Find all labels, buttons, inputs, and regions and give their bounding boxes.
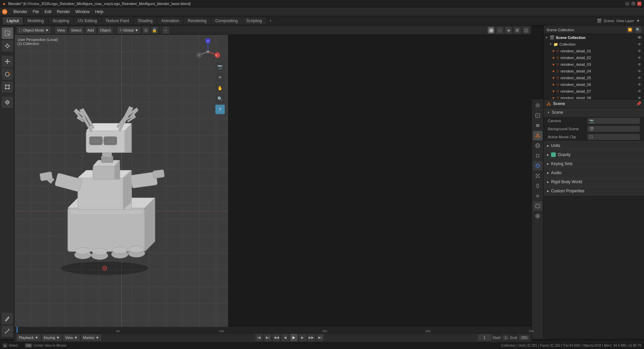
mesh-eye-03[interactable]: 👁 xyxy=(638,62,641,66)
pivot-button[interactable]: ⊙ xyxy=(143,27,149,34)
outliner-item-04[interactable]: ▼ ▽ reindeer_detail_04 👁 xyxy=(544,68,644,74)
keying-sets-header[interactable]: ▶ Keying Sets xyxy=(544,159,644,168)
rigid-body-header[interactable]: ▶ Rigid Body World xyxy=(544,178,644,186)
maximize-button[interactable]: ❐ xyxy=(631,2,635,6)
overlay-button[interactable]: ⊞ xyxy=(514,27,521,34)
frame-start-input[interactable]: 1 xyxy=(503,335,509,340)
tab-shading[interactable]: Shading xyxy=(134,17,157,24)
view-menu[interactable]: View xyxy=(55,27,67,34)
menu-file[interactable]: File xyxy=(30,9,42,15)
units-section-header[interactable]: ▶ Units xyxy=(544,141,644,150)
outliner-item-05[interactable]: ▼ ▽ reindeer_detail_05 👁 xyxy=(544,74,644,81)
object-menu[interactable]: Object xyxy=(98,27,113,34)
scene-eye[interactable]: 👁 xyxy=(638,36,641,40)
tab-sculpting[interactable]: Sculpting xyxy=(49,17,73,24)
mesh-eye-05[interactable]: 👁 xyxy=(638,76,641,80)
outliner-item-08[interactable]: ▼ ▽ reindeer_detail_08 👁 xyxy=(544,95,644,99)
tool-move[interactable] xyxy=(2,56,13,67)
view-layer-selector[interactable]: 🎬 Scene View Layer ▼ xyxy=(597,18,644,23)
proportional-edit[interactable]: ○ xyxy=(162,27,169,34)
collection-item[interactable]: ▼ 📁 Collection 👁 xyxy=(544,41,644,48)
tab-texture-paint[interactable]: Texture Paint xyxy=(102,17,133,24)
minimize-button[interactable]: — xyxy=(625,2,629,6)
audio-section-header[interactable]: ▶ Audio xyxy=(544,168,644,177)
outliner-item-06[interactable]: ▼ ▽ reindeer_detail_06 👁 xyxy=(544,81,644,88)
marker-dropdown[interactable]: Marker ▼ xyxy=(81,334,101,341)
gravity-section-header[interactable]: ▶ Gravity xyxy=(544,150,644,159)
prop-render-icon[interactable] xyxy=(533,101,542,110)
viewport-3d[interactable]: User Perspective (Local) (1) Collection xyxy=(15,35,228,339)
navigation-gizmo[interactable]: X Y Z xyxy=(195,38,221,65)
gravity-checkbox[interactable] xyxy=(551,152,556,157)
viewport-shading-rendered[interactable]: ◈ xyxy=(505,27,512,34)
mesh-eye-02[interactable]: 👁 xyxy=(638,56,641,60)
tab-scripting[interactable]: Scripting xyxy=(242,17,266,24)
prop-output-icon[interactable] xyxy=(533,111,542,120)
props-pin[interactable]: 📌 xyxy=(636,101,641,106)
mesh-eye-08[interactable]: 👁 xyxy=(638,96,641,99)
tool-transform[interactable] xyxy=(2,97,13,108)
prop-physics-icon[interactable] xyxy=(533,181,542,191)
mode-selector[interactable]: ⬚ Object Mode ▼ xyxy=(17,27,51,34)
menu-edit[interactable]: Edit xyxy=(42,9,54,15)
prop-particles-icon[interactable] xyxy=(533,171,542,181)
tab-layout[interactable]: Layout xyxy=(3,17,23,24)
tab-animation[interactable]: Animation xyxy=(157,17,183,24)
tool-scale[interactable] xyxy=(2,81,13,93)
menu-help[interactable]: Help xyxy=(92,9,106,15)
snap-button[interactable]: 🔒 xyxy=(151,27,158,34)
prop-scene-icon[interactable] xyxy=(533,131,542,140)
select-menu[interactable]: Select xyxy=(69,27,84,34)
mesh-eye-04[interactable]: 👁 xyxy=(638,69,641,73)
scene-section-header[interactable]: ▼ Scene xyxy=(544,108,644,117)
viewport-shading-material[interactable]: ◌ xyxy=(496,27,503,34)
outliner-filter[interactable]: 🔽 xyxy=(627,27,633,33)
play-btn[interactable]: ▶ xyxy=(290,334,298,341)
menu-blender[interactable]: Blender xyxy=(11,9,30,15)
prop-data-icon[interactable] xyxy=(533,201,542,211)
keying-dropdown[interactable]: Keying ▼ xyxy=(42,334,62,341)
hand-icon-btn[interactable]: ✋ xyxy=(215,83,225,93)
custom-props-header[interactable]: ▶ Custom Properties xyxy=(544,187,644,195)
window-controls[interactable]: — ❐ ✕ xyxy=(625,2,641,6)
outliner-search[interactable]: 🔍 xyxy=(635,27,641,33)
tool-select[interactable] xyxy=(2,28,13,39)
tab-rendering[interactable]: Rendering xyxy=(184,17,210,24)
sun-icon-btn[interactable]: ☀ xyxy=(215,72,225,82)
mesh-eye-01[interactable]: 👁 xyxy=(638,49,641,53)
prev-frame-btn[interactable]: ◀ xyxy=(281,334,289,341)
prop-object-icon[interactable] xyxy=(533,151,542,160)
view-dropdown[interactable]: View ▼ xyxy=(63,334,80,341)
close-button[interactable]: ✕ xyxy=(637,2,641,6)
jump-end-btn[interactable]: ▶| xyxy=(264,334,271,341)
camera-icon-btn[interactable]: 📷 xyxy=(215,62,225,71)
tool-rotate[interactable] xyxy=(2,68,13,80)
prop-material-icon[interactable] xyxy=(533,211,542,221)
prop-constraints-icon[interactable] xyxy=(533,191,542,201)
current-frame-input[interactable]: 1 xyxy=(478,334,491,341)
menu-render[interactable]: Render xyxy=(54,9,72,15)
question-icon-btn[interactable]: ? xyxy=(215,105,225,114)
prop-world-icon[interactable] xyxy=(533,141,542,150)
movie-clip-value[interactable]: 🎞 xyxy=(587,134,640,140)
camera-value[interactable]: 📷 xyxy=(587,118,640,124)
frame-end-input[interactable]: 250 xyxy=(519,335,529,340)
mesh-eye-06[interactable]: 👁 xyxy=(638,83,641,87)
jump-start-btn[interactable]: |◀ xyxy=(255,334,263,341)
outliner-item-03[interactable]: ▼ ▽ reindeer_detail_03 👁 xyxy=(544,61,644,68)
outliner-item-01[interactable]: ▼ ▽ reindeer_detail_01 👁 xyxy=(544,48,644,54)
tool-cursor[interactable] xyxy=(2,40,13,52)
add-workspace-button[interactable]: + xyxy=(267,17,274,24)
coll-eye[interactable]: 👁 xyxy=(638,42,641,46)
xray-button[interactable]: ◫ xyxy=(523,27,529,34)
viewport-shading-solid[interactable]: ⬤ xyxy=(488,27,494,34)
playback-dropdown[interactable]: Playback ▼ xyxy=(17,334,41,341)
outliner-item-02[interactable]: ▼ ▽ reindeer_detail_02 👁 xyxy=(544,54,644,61)
tab-modeling[interactable]: Modeling xyxy=(23,17,48,24)
next-keyframe-btn[interactable]: ▶▶ xyxy=(308,334,315,341)
prop-modifier-icon[interactable] xyxy=(533,161,542,170)
menu-window[interactable]: Window xyxy=(73,9,93,15)
zoom-icon-btn[interactable]: 🔍 xyxy=(215,94,225,103)
add-menu[interactable]: Add xyxy=(86,27,96,34)
mesh-eye-07[interactable]: 👁 xyxy=(638,89,641,93)
